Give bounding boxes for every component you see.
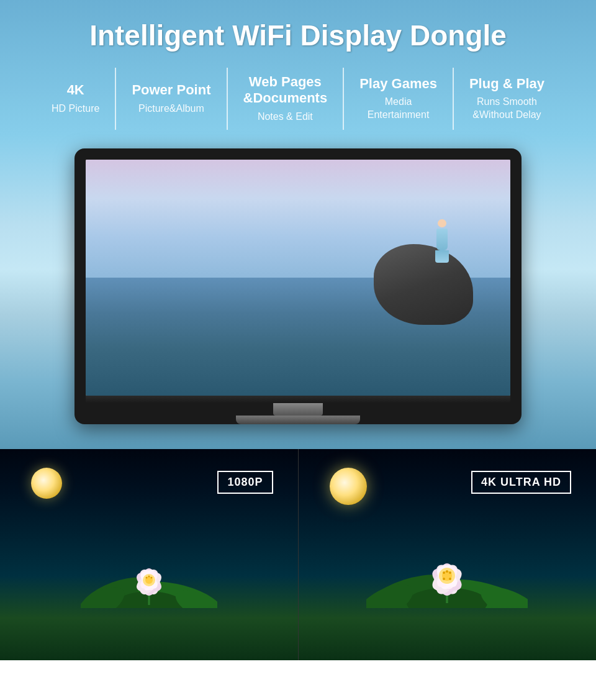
- figure-legs: [435, 250, 449, 263]
- tv-outer: [74, 148, 522, 424]
- svg-point-40: [443, 578, 445, 580]
- tv-base: [236, 416, 360, 424]
- svg-point-18: [150, 576, 152, 578]
- feature-games: Play Games MediaEntertainment: [344, 68, 454, 130]
- feature-webpages-main: Web Pages&Documents: [243, 74, 328, 107]
- bottom-right-panel: 4K ULTRA HD: [299, 449, 597, 660]
- feature-powerpoint-sub: Picture&Album: [138, 102, 204, 116]
- feature-plug: Plug & Play Runs Smooth&Without Delay: [454, 68, 560, 130]
- tv-stand-neck: [273, 403, 323, 416]
- figure-body: [436, 229, 448, 250]
- lotus-right-container: [366, 496, 528, 611]
- feature-4k: 4K HD Picture: [36, 68, 116, 130]
- lotus-left-container: [81, 509, 217, 611]
- feature-powerpoint-main: Power Point: [132, 82, 210, 98]
- feature-games-main: Play Games: [359, 76, 437, 92]
- bottom-section: 1080P: [0, 449, 596, 660]
- features-row: 4K HD Picture Power Point Picture&Album …: [12, 68, 584, 130]
- moon-left: [31, 468, 62, 499]
- bottom-left-panel: 1080P: [0, 449, 299, 660]
- svg-point-19: [148, 575, 150, 577]
- feature-plug-sub: Runs Smooth&Without Delay: [472, 96, 541, 122]
- lotus-right-svg: [366, 496, 528, 608]
- main-title: Intelligent WiFi Display Dongle: [0, 0, 596, 68]
- tv-screen: [86, 160, 510, 396]
- feature-4k-main: 4K: [67, 82, 84, 98]
- figure-head: [438, 219, 446, 228]
- tv-container: [37, 148, 559, 424]
- feature-webpages: Web Pages&Documents Notes & Edit: [228, 68, 345, 130]
- figure: [436, 219, 448, 263]
- lotus-left-svg: [81, 509, 217, 608]
- feature-games-sub: MediaEntertainment: [368, 96, 430, 122]
- svg-point-39: [446, 570, 448, 573]
- svg-point-41: [449, 578, 451, 580]
- feature-webpages-sub: Notes & Edit: [258, 111, 313, 124]
- svg-point-37: [443, 571, 445, 574]
- feature-plug-main: Plug & Play: [469, 76, 544, 92]
- svg-point-38: [449, 571, 451, 574]
- top-section: Intelligent WiFi Display Dongle 4K HD Pi…: [0, 0, 596, 449]
- feature-4k-sub: HD Picture: [52, 102, 99, 116]
- badge-4k: 4K ULTRA HD: [471, 471, 571, 494]
- tv-stand-bar: [86, 396, 510, 403]
- feature-powerpoint: Power Point Picture&Album: [116, 68, 227, 130]
- moon-right: [330, 468, 367, 505]
- badge-1080p: 1080P: [217, 471, 273, 494]
- svg-point-17: [145, 576, 147, 578]
